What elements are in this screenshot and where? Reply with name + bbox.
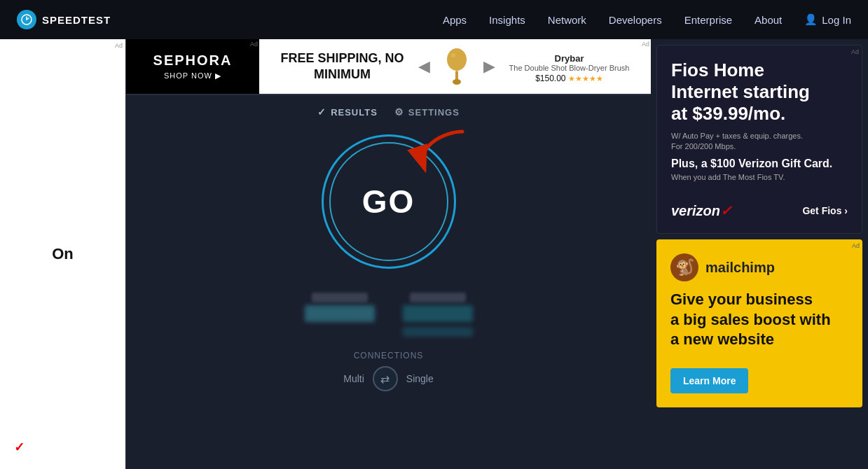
settings-icon: ⚙ [394, 106, 404, 118]
verizon-headline: Fios HomeInternet startingat $39.99/mo. [671, 59, 848, 125]
connections-label: Connections [354, 351, 424, 360]
connections-toggle: Multi ⇄ Single [343, 366, 433, 391]
mailchimp-ad: Ad 🐒 mailchimp Give your businessa big s… [656, 239, 862, 407]
stat-label-2 [410, 293, 466, 302]
left-arrow-icon: ◀ [418, 57, 430, 76]
mailchimp-headline: Give your businessa big sales boost with… [670, 290, 848, 350]
nav-item-network[interactable]: Network [548, 14, 586, 26]
top-ads-banner: Ad SEPHORA SHOP NOW ▶ Ad FREE SHIPPING, … [126, 39, 651, 95]
single-label: Single [406, 373, 434, 384]
connections-area: Connections Multi ⇄ Single [343, 351, 433, 391]
get-fios-label: Get Fios › [802, 205, 848, 216]
nav-item-apps[interactable]: Apps [443, 14, 467, 26]
verizon-ad: Ad Fios HomeInternet startingat $39.99/m… [656, 45, 862, 234]
svg-point-1 [447, 48, 467, 71]
tab-settings[interactable]: ⚙ SETTINGS [394, 106, 460, 118]
speedtest-area: ✓ RESULTS ⚙ SETTINGS GO [126, 95, 651, 469]
login-button[interactable]: 👤 Log In [804, 13, 851, 26]
stats-row [305, 293, 473, 337]
verizon-ad-label: Ad [851, 48, 859, 55]
sephora-ad: Ad SEPHORA SHOP NOW ▶ [126, 39, 259, 94]
sephora-title: SEPHORA [153, 52, 233, 69]
toggle-button[interactable]: ⇄ [373, 366, 398, 391]
left-ad-panel: Ad On ✓ [0, 39, 126, 469]
drybar-brand-name: Drybar [555, 53, 584, 64]
verizon-footer: verizon✓ Get Fios › [671, 202, 848, 219]
main-content: Ad SEPHORA SHOP NOW ▶ Ad FREE SHIPPING, … [126, 39, 651, 469]
go-button-container: GO [319, 132, 459, 272]
verizon-check-area: ✓ [14, 440, 25, 455]
stat-value-2b [403, 327, 473, 337]
layout: Ad On ✓ Ad SEPHORA SHOP NOW ▶ Ad FREE SH… [0, 39, 868, 469]
logo-area: SPEEDTEST [17, 10, 111, 29]
nav-item-enterprise[interactable]: Enterprise [684, 14, 732, 26]
nav-item-developers[interactable]: Developers [609, 14, 662, 26]
results-icon: ✓ [317, 106, 326, 118]
left-ad-text: On [52, 245, 74, 263]
checkmark-icon: ✓ [14, 440, 25, 455]
drybar-product-info: Drybar The Double Shot Blow-Dryer Brush … [509, 50, 630, 83]
right-ad-panel: Ad Fios HomeInternet startingat $39.99/m… [651, 39, 868, 469]
nav-item-about[interactable]: About [755, 14, 782, 26]
verizon-gift-sub: When you add The Most Fios TV. [671, 173, 848, 181]
mailchimp-brand-name: mailchimp [705, 260, 775, 276]
svg-point-3 [453, 79, 461, 85]
drybar-product-desc: The Double Shot Blow-Dryer Brush [509, 64, 630, 72]
mailchimp-monkey-icon: 🐒 [670, 253, 698, 281]
user-icon: 👤 [804, 13, 818, 26]
tab-results[interactable]: ✓ RESULTS [317, 106, 378, 118]
verizon-sub: W/ Auto Pay + taxes & equip. charges.For… [671, 131, 848, 153]
right-arrow-icon: ▶ [483, 57, 495, 76]
go-arrow [403, 125, 473, 188]
drybar-stars: ★★★★★ [568, 74, 603, 83]
sephora-ad-label: Ad [250, 41, 258, 48]
drybar-price: $150.00 ★★★★★ [535, 74, 603, 83]
stat-value-1 [305, 305, 375, 322]
tab-results-label: RESULTS [331, 107, 378, 118]
mailchimp-header: 🐒 mailchimp [670, 253, 848, 281]
logo-text: SPEEDTEST [42, 14, 111, 26]
verizon-logo: verizon✓ [671, 202, 732, 219]
drybar-ad-label: Ad [642, 41, 649, 48]
stat-block-2 [403, 293, 473, 337]
stat-value-2 [403, 305, 473, 322]
nav-item-insights[interactable]: Insights [489, 14, 525, 26]
drybar-shipping-text: FREE SHIPPING, NOMINIMUM [281, 50, 404, 83]
drybar-ad: Ad FREE SHIPPING, NOMINIMUM ◀ ▶ Drybar T… [259, 39, 651, 94]
tabs: ✓ RESULTS ⚙ SETTINGS [317, 106, 460, 118]
stat-block-1 [305, 293, 375, 337]
go-button-text: GO [362, 183, 415, 220]
nav: Apps Insights Network Developers Enterpr… [443, 13, 851, 26]
learn-more-button[interactable]: Learn More [670, 368, 748, 393]
left-ad-label: Ad [115, 42, 123, 49]
verizon-gift: Plus, a $100 Verizon Gift Card. [671, 158, 848, 170]
svg-point-4 [451, 53, 455, 57]
sephora-subtitle: SHOP NOW ▶ [164, 71, 221, 80]
multi-label: Multi [343, 373, 364, 384]
mailchimp-ad-label: Ad [852, 242, 860, 249]
hairdryer-image [444, 46, 469, 88]
speedtest-logo-icon [17, 10, 36, 29]
toggle-lines-icon: ⇄ [380, 372, 390, 386]
stat-label-1 [312, 293, 368, 302]
header: SPEEDTEST Apps Insights Network Develope… [0, 0, 868, 39]
login-label: Log In [822, 14, 851, 26]
tab-settings-label: SETTINGS [408, 107, 460, 118]
get-fios-button[interactable]: Get Fios › [802, 205, 848, 216]
